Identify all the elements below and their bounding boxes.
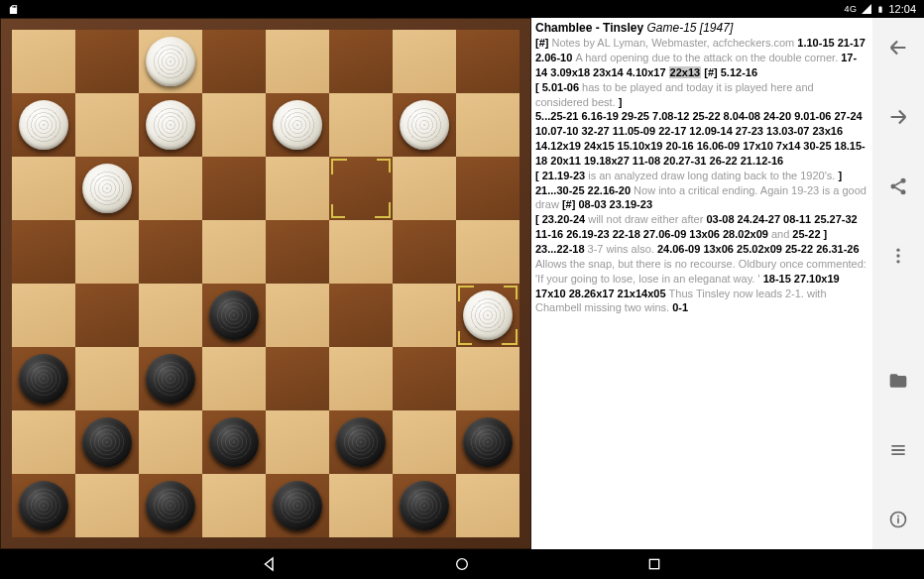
info-button[interactable] bbox=[886, 508, 910, 531]
move-segment[interactable]: [ 23.20-24 bbox=[535, 213, 588, 225]
square-4-6[interactable] bbox=[393, 284, 456, 347]
move-segment[interactable]: 22x13 bbox=[669, 66, 702, 78]
square-5-5[interactable] bbox=[329, 347, 393, 410]
square-0-7[interactable] bbox=[456, 30, 520, 93]
nav-recent-button[interactable] bbox=[642, 552, 666, 576]
move-segment[interactable]: [#] bbox=[535, 37, 552, 49]
square-1-5[interactable] bbox=[329, 93, 393, 157]
move-segment[interactable]: A hard opening due to the attack on the … bbox=[575, 52, 841, 63]
square-4-5[interactable] bbox=[329, 284, 393, 347]
share-button[interactable] bbox=[886, 174, 910, 198]
white-piece[interactable] bbox=[273, 100, 322, 150]
square-7-0[interactable] bbox=[12, 474, 75, 537]
nav-home-button[interactable] bbox=[450, 552, 474, 576]
square-4-4[interactable] bbox=[266, 284, 329, 347]
black-piece[interactable] bbox=[273, 481, 322, 530]
square-6-4[interactable] bbox=[266, 410, 329, 474]
square-2-1[interactable] bbox=[75, 157, 139, 220]
square-0-3[interactable] bbox=[202, 30, 266, 93]
square-2-3[interactable] bbox=[202, 157, 266, 220]
square-0-4[interactable] bbox=[266, 30, 329, 93]
square-1-4[interactable] bbox=[266, 93, 329, 157]
black-piece[interactable] bbox=[82, 417, 132, 467]
square-1-0[interactable] bbox=[12, 93, 75, 157]
black-piece[interactable] bbox=[19, 481, 68, 530]
square-7-6[interactable] bbox=[393, 474, 456, 537]
square-3-5[interactable] bbox=[329, 220, 393, 284]
square-3-2[interactable] bbox=[139, 220, 202, 284]
square-4-2[interactable] bbox=[139, 284, 202, 347]
move-segment[interactable]: 3-7 wins also. bbox=[588, 243, 657, 255]
white-piece[interactable] bbox=[463, 290, 513, 340]
white-piece[interactable] bbox=[146, 100, 195, 150]
square-6-6[interactable] bbox=[393, 410, 456, 474]
black-piece[interactable] bbox=[146, 354, 195, 404]
square-3-6[interactable] bbox=[393, 220, 456, 284]
square-0-5[interactable] bbox=[329, 30, 393, 93]
white-piece[interactable] bbox=[19, 100, 68, 150]
square-0-6[interactable] bbox=[393, 30, 456, 93]
square-1-7[interactable] bbox=[456, 93, 520, 157]
move-segment[interactable]: [ 21.19-23 bbox=[535, 170, 588, 181]
square-5-4[interactable] bbox=[266, 347, 329, 410]
move-segment[interactable]: 0-1 bbox=[672, 301, 688, 313]
back-button[interactable] bbox=[886, 36, 910, 59]
move-segment[interactable]: 21...30-25 22.16-20 bbox=[535, 184, 634, 196]
square-1-6[interactable] bbox=[393, 93, 456, 157]
move-list[interactable]: [#] Notes by AL Lyman, Webmaster, acfche… bbox=[535, 36, 868, 315]
square-4-3[interactable] bbox=[202, 284, 266, 347]
black-piece[interactable] bbox=[463, 417, 513, 467]
black-piece[interactable] bbox=[19, 354, 68, 404]
nav-back-button[interactable] bbox=[258, 552, 282, 576]
square-3-1[interactable] bbox=[75, 220, 139, 284]
square-5-2[interactable] bbox=[139, 347, 202, 410]
square-0-2[interactable] bbox=[139, 30, 202, 93]
move-segment[interactable]: ] bbox=[838, 170, 842, 181]
square-2-4[interactable] bbox=[266, 157, 329, 220]
white-piece[interactable] bbox=[82, 164, 132, 213]
square-6-3[interactable] bbox=[202, 410, 266, 474]
notation-pane[interactable]: Chamblee - Tinsley Game-15 [1947] [#] No… bbox=[531, 18, 872, 549]
square-0-1[interactable] bbox=[75, 30, 139, 93]
move-segment[interactable]: 5...25-21 6.16-19 29-25 7.08-12 25-22 8.… bbox=[535, 110, 866, 167]
square-2-6[interactable] bbox=[393, 157, 456, 220]
more-button[interactable] bbox=[886, 244, 910, 268]
square-5-6[interactable] bbox=[393, 347, 456, 410]
move-segment[interactable]: [ 5.01-06 bbox=[535, 81, 582, 93]
square-7-2[interactable] bbox=[139, 474, 202, 537]
move-segment[interactable]: is an analyzed draw long dating back to … bbox=[588, 170, 838, 181]
square-0-0[interactable] bbox=[12, 30, 75, 93]
square-3-7[interactable] bbox=[456, 220, 520, 284]
square-7-3[interactable] bbox=[202, 474, 266, 537]
black-piece[interactable] bbox=[336, 417, 386, 467]
move-segment[interactable]: 24.06-09 13x06 25.02x09 25-22 26.31-26 bbox=[657, 243, 860, 255]
square-6-1[interactable] bbox=[75, 410, 139, 474]
move-segment[interactable]: [#] bbox=[701, 66, 721, 78]
black-piece[interactable] bbox=[209, 290, 259, 340]
square-7-7[interactable] bbox=[456, 474, 520, 537]
square-7-5[interactable] bbox=[329, 474, 393, 537]
white-piece[interactable] bbox=[146, 37, 195, 86]
list-button[interactable] bbox=[886, 438, 910, 462]
move-segment[interactable]: [#] 08-03 23.19-23 bbox=[562, 198, 652, 210]
move-segment[interactable]: Notes by AL Lyman, Webmaster, acfchecker… bbox=[552, 37, 798, 49]
square-5-7[interactable] bbox=[456, 347, 520, 410]
move-segment[interactable]: ] bbox=[619, 96, 623, 108]
square-2-2[interactable] bbox=[139, 157, 202, 220]
black-piece[interactable] bbox=[209, 417, 259, 467]
move-segment[interactable]: will not draw either after bbox=[588, 213, 706, 225]
square-5-0[interactable] bbox=[12, 347, 75, 410]
square-2-5[interactable] bbox=[329, 157, 393, 220]
square-5-3[interactable] bbox=[202, 347, 266, 410]
forward-button[interactable] bbox=[886, 105, 910, 129]
square-1-1[interactable] bbox=[75, 93, 139, 157]
square-6-0[interactable] bbox=[12, 410, 75, 474]
square-3-3[interactable] bbox=[202, 220, 266, 284]
square-1-3[interactable] bbox=[202, 93, 266, 157]
square-3-4[interactable] bbox=[266, 220, 329, 284]
square-2-7[interactable] bbox=[456, 157, 520, 220]
square-2-0[interactable] bbox=[12, 157, 75, 220]
square-6-2[interactable] bbox=[139, 410, 202, 474]
black-piece[interactable] bbox=[400, 481, 449, 530]
move-segment[interactable]: and bbox=[771, 228, 792, 240]
